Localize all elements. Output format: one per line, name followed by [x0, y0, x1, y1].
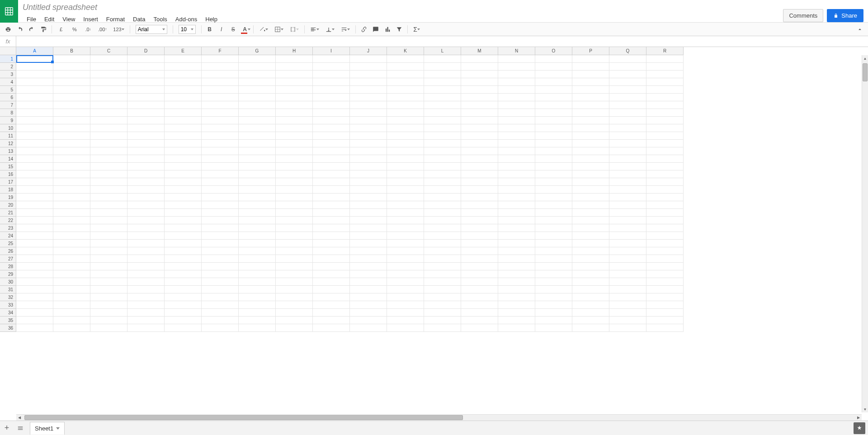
cell[interactable]	[535, 55, 572, 63]
cell[interactable]	[572, 293, 609, 301]
cell[interactable]	[646, 94, 684, 101]
cell[interactable]	[424, 155, 461, 163]
cell[interactable]	[16, 147, 53, 155]
cell[interactable]	[165, 263, 202, 270]
cell[interactable]	[350, 109, 387, 117]
filter-button[interactable]	[394, 24, 405, 35]
insert-comment-button[interactable]	[370, 24, 381, 35]
cell[interactable]	[313, 293, 350, 301]
cell[interactable]	[646, 101, 684, 109]
cell[interactable]	[239, 124, 276, 132]
cell[interactable]	[202, 293, 239, 301]
cell[interactable]	[646, 194, 684, 201]
cell[interactable]	[572, 170, 609, 178]
cell[interactable]	[572, 63, 609, 71]
cell[interactable]	[350, 209, 387, 217]
cell[interactable]	[572, 270, 609, 278]
cell[interactable]	[16, 224, 53, 232]
column-header[interactable]: J	[350, 47, 387, 55]
cell[interactable]	[387, 247, 424, 255]
cell[interactable]	[350, 117, 387, 124]
cell[interactable]	[53, 63, 90, 71]
cell[interactable]	[90, 86, 127, 94]
cell[interactable]	[53, 194, 90, 201]
cell[interactable]	[535, 301, 572, 309]
cell[interactable]	[461, 101, 498, 109]
cell[interactable]	[609, 263, 646, 270]
cell[interactable]	[202, 270, 239, 278]
column-header[interactable]: C	[90, 47, 127, 55]
cell[interactable]	[127, 293, 165, 301]
cell[interactable]	[165, 201, 202, 209]
fill-color-button[interactable]	[256, 24, 271, 35]
cell[interactable]	[572, 117, 609, 124]
cell[interactable]	[53, 217, 90, 224]
cell[interactable]	[313, 163, 350, 170]
cell[interactable]	[202, 94, 239, 101]
cell[interactable]	[202, 186, 239, 194]
cell[interactable]	[90, 270, 127, 278]
cell[interactable]	[535, 255, 572, 263]
column-header[interactable]: D	[127, 47, 165, 55]
cell[interactable]	[202, 309, 239, 317]
formula-input[interactable]	[16, 36, 868, 47]
cell[interactable]	[350, 71, 387, 78]
cell[interactable]	[350, 224, 387, 232]
cell[interactable]	[646, 263, 684, 270]
row-header[interactable]: 5	[0, 86, 16, 94]
cell[interactable]	[239, 101, 276, 109]
cell[interactable]	[646, 155, 684, 163]
share-button[interactable]: Share	[827, 9, 863, 22]
cell[interactable]	[127, 132, 165, 140]
italic-button[interactable]: I	[216, 24, 227, 35]
cell[interactable]	[90, 240, 127, 247]
cell[interactable]	[498, 94, 535, 101]
cell[interactable]	[276, 278, 313, 286]
cell[interactable]	[165, 293, 202, 301]
cell[interactable]	[461, 224, 498, 232]
cell[interactable]	[16, 132, 53, 140]
cell[interactable]	[609, 78, 646, 86]
cell[interactable]	[16, 301, 53, 309]
cell[interactable]	[239, 240, 276, 247]
column-header[interactable]: I	[313, 47, 350, 55]
cell[interactable]	[535, 109, 572, 117]
cell[interactable]	[239, 324, 276, 332]
cell[interactable]	[609, 94, 646, 101]
menu-help[interactable]: Help	[201, 14, 222, 24]
cell[interactable]	[165, 78, 202, 86]
cell[interactable]	[127, 240, 165, 247]
cell[interactable]	[387, 301, 424, 309]
row-header[interactable]: 3	[0, 71, 16, 78]
cell[interactable]	[572, 255, 609, 263]
cell[interactable]	[90, 178, 127, 186]
cell[interactable]	[313, 278, 350, 286]
cell[interactable]	[90, 286, 127, 293]
cell[interactable]	[646, 55, 684, 63]
cell[interactable]	[609, 163, 646, 170]
row-header[interactable]: 22	[0, 217, 16, 224]
cell[interactable]	[90, 163, 127, 170]
cell[interactable]	[646, 201, 684, 209]
cell[interactable]	[387, 201, 424, 209]
cell[interactable]	[646, 170, 684, 178]
cell[interactable]	[127, 94, 165, 101]
cell[interactable]	[239, 78, 276, 86]
cell[interactable]	[535, 147, 572, 155]
cell[interactable]	[53, 170, 90, 178]
cell[interactable]	[609, 147, 646, 155]
cell[interactable]	[646, 124, 684, 132]
cell[interactable]	[572, 247, 609, 255]
cell[interactable]	[276, 232, 313, 240]
cell[interactable]	[461, 117, 498, 124]
cell[interactable]	[350, 240, 387, 247]
horizontal-scroll-thumb[interactable]	[24, 415, 463, 420]
menu-insert[interactable]: Insert	[79, 14, 102, 24]
cell[interactable]	[276, 201, 313, 209]
cell[interactable]	[350, 170, 387, 178]
cell[interactable]	[53, 317, 90, 324]
cell[interactable]	[165, 109, 202, 117]
cell[interactable]	[53, 247, 90, 255]
cell[interactable]	[498, 117, 535, 124]
cell[interactable]	[239, 163, 276, 170]
